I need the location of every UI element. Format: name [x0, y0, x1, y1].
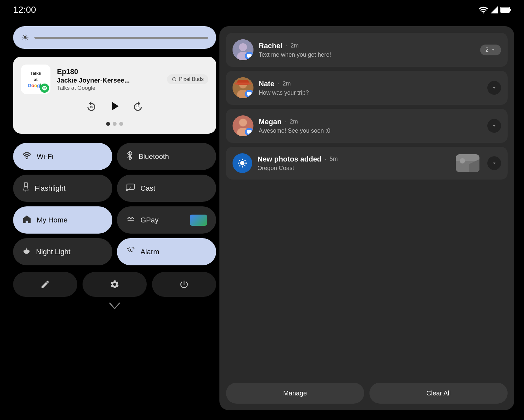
brightness-icon: ☀	[21, 32, 29, 43]
brightness-track[interactable]	[34, 37, 208, 39]
avatar-rachel	[233, 39, 253, 60]
dot-3	[119, 122, 123, 126]
manage-button[interactable]: Manage	[226, 383, 364, 404]
message-badge-megan	[245, 128, 253, 136]
notif-content-photos: New photos added · 5m Oregon Coast	[257, 155, 451, 172]
play-button[interactable]	[108, 99, 122, 115]
google-o2: o	[34, 83, 37, 88]
status-time: 12:00	[13, 5, 36, 15]
notif-dot-megan: ·	[285, 118, 287, 125]
collapse-chevron[interactable]	[13, 302, 216, 310]
notif-header-nate: Nate · 2m	[259, 80, 482, 88]
bluetooth-toggle[interactable]: Bluetooth	[117, 143, 216, 170]
nightlight-toggle[interactable]: Night Light	[13, 238, 112, 265]
status-icons	[479, 6, 511, 13]
notif-text-photos: Oregon Coast	[257, 165, 451, 172]
wifi-status-icon	[479, 6, 488, 13]
alarm-toggle[interactable]: Alarm	[117, 238, 216, 265]
photos-thumbnail	[456, 154, 479, 172]
cast-label: Cast	[140, 184, 155, 193]
left-panel: ☀ Talksat Google Ep180 Jackie Joyner-Ker…	[13, 26, 216, 407]
svg-rect-4	[510, 9, 511, 11]
photos-app-icon	[233, 153, 252, 173]
media-episode: Ep180	[57, 67, 160, 76]
notif-time-nate: 2m	[283, 80, 291, 87]
rewind-button[interactable]: 15	[85, 101, 97, 114]
myhome-label: My Home	[37, 216, 67, 224]
svg-text:15: 15	[136, 105, 140, 108]
svg-rect-8	[24, 182, 27, 186]
count-value-rachel: 2	[485, 47, 489, 53]
gpay-toggle[interactable]: GPay	[117, 206, 216, 234]
bottom-actions	[13, 272, 216, 297]
dot-2	[113, 122, 117, 126]
svg-rect-10	[127, 184, 134, 189]
expand-nate[interactable]	[487, 81, 501, 95]
message-badge-nate	[245, 90, 253, 98]
notification-rachel[interactable]: Rachel · 2m Text me when you get here! 2	[226, 33, 508, 67]
quick-toggles-grid: Wi-Fi Bluetooth Flashlight	[13, 143, 216, 265]
notif-name-photos: New photos added	[257, 155, 322, 163]
wifi-label: Wi-Fi	[37, 152, 53, 161]
clear-all-button[interactable]: Clear All	[369, 383, 508, 404]
media-thumb-talks: Talksat	[30, 71, 41, 82]
settings-button[interactable]	[83, 272, 147, 297]
media-controls: 15 15	[21, 99, 208, 115]
myhome-toggle[interactable]: My Home	[13, 206, 112, 234]
signal-status-icon	[491, 6, 498, 13]
expand-photos[interactable]	[487, 156, 501, 170]
notif-content-nate: Nate · 2m How was your trip?	[259, 80, 482, 96]
wifi-toggle[interactable]: Wi-Fi	[13, 143, 112, 170]
media-card[interactable]: Talksat Google Ep180 Jackie Joyner-Kerse…	[13, 57, 216, 134]
svg-point-7	[26, 158, 28, 159]
svg-point-21	[239, 119, 247, 126]
power-button[interactable]	[152, 272, 216, 297]
gpay-label: GPay	[140, 216, 159, 224]
dot-1	[106, 122, 110, 126]
notification-megan[interactable]: Megan · 2m Awesome! See you soon :0	[226, 109, 508, 143]
alarm-label: Alarm	[140, 248, 159, 256]
media-top: Talksat Google Ep180 Jackie Joyner-Kerse…	[21, 65, 208, 94]
notif-content-megan: Megan · 2m Awesome! See you soon :0	[259, 118, 482, 134]
svg-text:15: 15	[90, 105, 93, 108]
svg-line-31	[239, 165, 240, 166]
count-badge-rachel[interactable]: 2	[480, 45, 501, 55]
google-g: G	[28, 83, 31, 88]
edit-button[interactable]	[13, 272, 77, 297]
nightlight-label: Night Light	[36, 248, 70, 256]
svg-line-29	[245, 165, 246, 166]
media-progress-dots	[21, 122, 208, 126]
expand-megan[interactable]	[487, 119, 501, 133]
svg-point-11	[126, 190, 128, 191]
photos-icon-wrap	[233, 153, 252, 173]
message-badge-rachel	[245, 52, 253, 60]
notif-content-rachel: Rachel · 2m Text me when you get here!	[259, 42, 475, 58]
bluetooth-icon	[126, 151, 133, 162]
notification-nate[interactable]: Nate · 2m How was your trip?	[226, 71, 508, 105]
spotify-badge	[40, 84, 49, 93]
gpay-icon	[126, 214, 135, 226]
forward-button[interactable]: 15	[132, 101, 144, 114]
svg-rect-3	[501, 8, 509, 12]
svg-point-13	[239, 43, 247, 51]
notif-name-rachel: Rachel	[259, 42, 282, 50]
svg-line-30	[245, 160, 246, 161]
notif-header-photos: New photos added · 5m	[257, 155, 451, 163]
notif-time-megan: 2m	[290, 118, 298, 125]
notification-photos[interactable]: New photos added · 5m Oregon Coast	[226, 147, 508, 180]
alarm-icon	[126, 246, 135, 258]
pixel-buds-label: Pixel Buds	[179, 76, 204, 82]
gpay-card-icon	[190, 215, 207, 226]
flashlight-toggle[interactable]: Flashlight	[13, 175, 112, 202]
media-subtitle: Talks at Google	[57, 85, 160, 91]
brightness-slider-row[interactable]: ☀	[13, 26, 216, 49]
google-g2: g	[37, 83, 40, 88]
notification-actions: Manage Clear All	[226, 383, 508, 404]
notif-time-photos: 5m	[330, 156, 338, 162]
flashlight-icon	[22, 182, 29, 194]
avatar-megan	[233, 115, 253, 136]
notifications-panel: Rachel · 2m Text me when you get here! 2	[219, 26, 514, 410]
cast-toggle[interactable]: Cast	[117, 175, 216, 202]
svg-rect-19	[235, 83, 251, 85]
notif-dot-nate: ·	[278, 80, 279, 87]
